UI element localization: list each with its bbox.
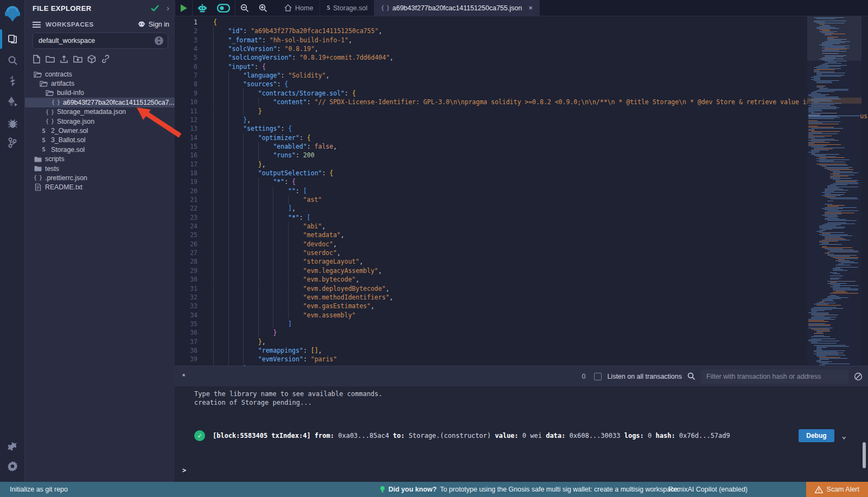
tree-item-storage-json[interactable]: { }Storage.json bbox=[25, 117, 175, 126]
tree-item-build-info[interactable]: build-info bbox=[25, 88, 175, 98]
line-number: 3 bbox=[194, 36, 197, 44]
line-number: 10 bbox=[190, 98, 197, 106]
remix-logo-icon[interactable] bbox=[0, 3, 25, 25]
code-line-32: "evm.methodIdentifiers", bbox=[213, 293, 393, 302]
line-number: 25 bbox=[190, 231, 197, 239]
workspace-select-arrows-icon: ▲▼ bbox=[155, 36, 163, 45]
tree-item--prettierrc-json[interactable]: { }.prettierrc.json bbox=[25, 173, 175, 182]
line-number: 32 bbox=[190, 293, 197, 302]
line-number: 24 bbox=[190, 222, 197, 231]
terminal-prompt[interactable]: > bbox=[182, 467, 186, 474]
transaction-log-row[interactable]: ✓ [block:5583405 txIndex:4] from: 0xa03.… bbox=[194, 429, 846, 442]
settings-gear-icon[interactable] bbox=[0, 458, 25, 474]
json-tab-icon: { } bbox=[381, 5, 389, 11]
workspaces-row: WORKSPACES Sign in bbox=[33, 20, 169, 29]
tx-expand-chevron-icon[interactable]: ⌄ bbox=[842, 431, 846, 440]
link-icon[interactable] bbox=[101, 55, 110, 63]
line-number: 22 bbox=[190, 204, 197, 213]
code-line-9: "contracts/Storage.sol": { bbox=[213, 89, 356, 98]
line-number: 1 bbox=[194, 18, 197, 27]
new-folder-icon[interactable] bbox=[46, 55, 55, 63]
folder-icon bbox=[34, 156, 42, 162]
terminal-search-icon bbox=[687, 372, 695, 380]
code-line-34: "evm.assembly" bbox=[213, 311, 356, 320]
search-icon[interactable] bbox=[0, 52, 25, 68]
code-line-7: "language": "Solidity", bbox=[213, 71, 329, 80]
git-icon[interactable] bbox=[0, 135, 25, 151]
scam-alert-label: Scam Alert bbox=[827, 486, 859, 493]
copilot-toggle[interactable] bbox=[212, 0, 235, 16]
folder-open-icon bbox=[34, 71, 42, 78]
clear-console-icon[interactable] bbox=[854, 372, 863, 381]
terminal-expand-icon[interactable]: ⌃⌃ bbox=[181, 374, 186, 379]
line-number: 8 bbox=[194, 80, 197, 88]
line-number: 30 bbox=[190, 275, 197, 284]
tree-item-a69b43f277ba20fcac141151250ca7-[interactable]: { }a69b43f277ba20fcac141151250ca7... bbox=[25, 98, 175, 107]
tree-item-artifacts[interactable]: artifacts bbox=[25, 79, 175, 88]
code-line-31: "evm.deployedBytecode", bbox=[213, 284, 390, 293]
remixai-assistant-icon[interactable] bbox=[193, 0, 212, 16]
line-number: 26 bbox=[190, 240, 197, 248]
git-init-button[interactable]: Initialize as git repo bbox=[10, 486, 68, 493]
upload-file-icon[interactable] bbox=[60, 55, 68, 63]
editor-minimap[interactable] bbox=[807, 16, 861, 382]
upload-folder-icon[interactable] bbox=[73, 55, 82, 63]
listen-all-transactions-checkbox[interactable] bbox=[594, 373, 602, 380]
terminal-scrollbar[interactable] bbox=[863, 442, 866, 468]
line-number: 28 bbox=[190, 257, 197, 266]
line-number: 18 bbox=[190, 169, 197, 177]
tab-a69b43f277ba20fcac141151250ca755-json[interactable]: { }a69b43f277ba20fcac141151250ca755.json… bbox=[374, 0, 540, 16]
workspace-ok-check-icon bbox=[151, 5, 159, 11]
did-you-know-tip: Did you know? To prototype using the Gno… bbox=[380, 486, 680, 493]
workspace-select[interactable]: default_workspace ▲▼ bbox=[33, 33, 168, 49]
debugger-icon[interactable] bbox=[0, 115, 25, 131]
folder-open-icon bbox=[46, 90, 54, 96]
tree-item-label: .prettierrc.json bbox=[45, 174, 87, 182]
file-icon bbox=[34, 183, 42, 191]
tab-home[interactable]: Home bbox=[278, 0, 320, 16]
github-sign-in[interactable]: Sign in bbox=[137, 21, 169, 28]
line-number: 33 bbox=[190, 302, 197, 310]
plugin-manager-icon[interactable] bbox=[0, 438, 25, 455]
tree-item-readme-txt[interactable]: README.txt bbox=[25, 183, 175, 192]
tree-item-tests[interactable]: tests bbox=[25, 164, 175, 173]
tab-storage-sol[interactable]: SStorage.sol bbox=[320, 0, 374, 16]
code-line-2: "id": "a69b43f277ba20fcac141151250ca755"… bbox=[213, 27, 382, 35]
code-editor[interactable]: 1234567891011121314151617181920212223242… bbox=[175, 16, 868, 382]
run-script-button[interactable] bbox=[175, 0, 192, 16]
workspace-name: default_workspace bbox=[39, 37, 155, 44]
deploy-run-icon[interactable] bbox=[0, 93, 25, 110]
tree-item-storage-metadata-json[interactable]: { }Storage_metadata.json bbox=[25, 107, 175, 117]
json-file-icon: { } bbox=[52, 99, 60, 105]
code-line-33: "evm.gasEstimates", bbox=[213, 302, 374, 310]
tree-item-label: 2_Owner.sol bbox=[51, 127, 88, 135]
line-number: 38 bbox=[190, 346, 197, 355]
code-line-21: "ast" bbox=[213, 195, 322, 204]
terminal-welcome-line: Type the library name to see available c… bbox=[194, 390, 382, 398]
transaction-filter-input[interactable] bbox=[701, 369, 848, 384]
tree-item-2-owner-sol[interactable]: S2_Owner.sol bbox=[25, 126, 175, 135]
code-line-38: "remappings": [], bbox=[213, 346, 322, 355]
load-cube-icon[interactable] bbox=[87, 55, 96, 63]
tree-item-scripts[interactable]: scripts bbox=[25, 155, 175, 164]
workspaces-menu-icon[interactable] bbox=[33, 21, 41, 28]
zoom-out-icon[interactable] bbox=[235, 0, 254, 16]
scam-alert-button[interactable]: Scam Alert bbox=[806, 482, 868, 497]
tree-item-3-ballot-sol[interactable]: S3_Ballot.sol bbox=[25, 136, 175, 145]
copilot-status[interactable]: RemixAI Copilot (enabled) bbox=[668, 486, 748, 493]
file-explorer-toolbar bbox=[33, 55, 110, 63]
code-line-26: "devdoc", bbox=[213, 240, 337, 248]
file-explorer-icon[interactable] bbox=[0, 31, 25, 47]
terminal[interactable]: Type the library name to see available c… bbox=[175, 386, 868, 482]
tab-close-icon[interactable]: × bbox=[528, 4, 533, 12]
new-file-icon[interactable] bbox=[33, 55, 41, 63]
solidity-compiler-icon[interactable] bbox=[0, 73, 25, 89]
line-number: 9 bbox=[194, 89, 197, 98]
panel-collapse-chevron-icon[interactable]: › bbox=[167, 4, 169, 12]
code-line-28: "storageLayout", bbox=[213, 257, 363, 266]
tree-item-storage-sol[interactable]: SStorage.sol bbox=[25, 145, 175, 154]
debug-button[interactable]: Debug bbox=[799, 429, 834, 442]
zoom-in-icon[interactable] bbox=[254, 0, 272, 16]
line-number: 6 bbox=[194, 62, 197, 71]
tree-item-contracts[interactable]: contracts bbox=[25, 69, 175, 79]
